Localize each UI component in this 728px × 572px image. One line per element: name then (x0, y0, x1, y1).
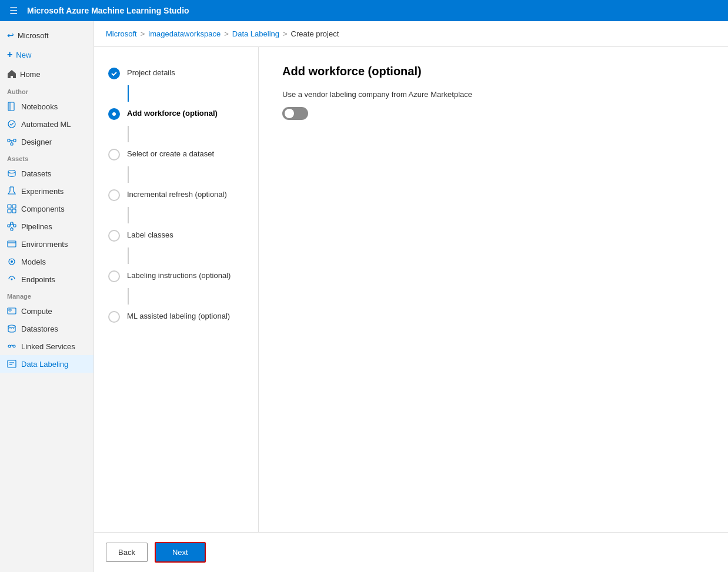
sidebar-item-microsoft[interactable]: ↩ Microsoft (0, 26, 93, 45)
steps-panel: Project details Add workforce (optional)… (94, 47, 259, 532)
sidebar-item-notebooks[interactable]: Notebooks (0, 98, 93, 115)
toggle-knob (285, 109, 294, 118)
sidebar-item-data-labeling[interactable]: Data Labeling (0, 355, 93, 373)
svg-rect-17 (11, 228, 13, 230)
manage-section-label: Manage (0, 288, 93, 302)
sidebar-item-endpoints[interactable]: Endpoints (0, 270, 93, 288)
sidebar-item-designer[interactable]: Designer (0, 133, 93, 150)
author-section-label: Author (0, 83, 93, 98)
step-incremental-refresh[interactable]: Incremental refresh (optional) (108, 183, 258, 207)
breadcrumb-sep-3: > (283, 29, 288, 38)
step-label-ml-assisted: ML assisted labeling (optional) (127, 310, 230, 320)
breadcrumb-workspace[interactable]: imagedataworkspace (148, 29, 221, 38)
step-circle-add-workforce (108, 108, 120, 120)
sidebar-item-automated-ml[interactable]: Automated ML (0, 115, 93, 133)
components-icon (7, 204, 16, 213)
step-circle-labeling-instructions (108, 270, 120, 282)
svg-rect-13 (12, 209, 16, 213)
step-label-project-details: Project details (127, 67, 175, 77)
datastores-icon (7, 324, 16, 333)
sidebar-item-datasets[interactable]: Datasets (0, 165, 93, 182)
sidebar-item-new[interactable]: + New (0, 45, 93, 65)
data-labeling-icon (7, 359, 16, 369)
hamburger-icon[interactable]: ☰ (9, 5, 18, 16)
svg-rect-0 (8, 102, 14, 111)
sidebar-item-home[interactable]: Home (0, 65, 93, 83)
step-project-details[interactable]: Project details (108, 61, 258, 85)
breadcrumb-microsoft[interactable]: Microsoft (106, 29, 137, 38)
pipelines-icon (7, 222, 16, 231)
bottom-bar: Back Next (94, 532, 728, 572)
panel-title: Add workforce (optional) (282, 65, 704, 78)
svg-point-35 (112, 112, 116, 116)
vendor-labeling-toggle[interactable] (282, 107, 308, 120)
next-button[interactable]: Next (155, 542, 206, 563)
svg-point-25 (11, 279, 13, 280)
sidebar-item-linked-services[interactable]: Linked Services (0, 337, 93, 355)
back-icon: ↩ (7, 31, 14, 40)
svg-point-24 (11, 260, 13, 263)
step-label-classes[interactable]: Label classes (108, 223, 258, 247)
step-circle-ml-assisted (108, 311, 120, 323)
svg-rect-14 (8, 225, 10, 227)
toggle-container (282, 107, 704, 120)
endpoints-icon (7, 275, 16, 284)
connector-3 (128, 166, 129, 183)
sidebar-item-datastores[interactable]: Datastores (0, 320, 93, 337)
svg-point-8 (8, 170, 15, 173)
step-add-workforce[interactable]: Add workforce (optional) (108, 102, 258, 126)
svg-rect-4 (14, 139, 16, 142)
step-select-dataset[interactable]: Select or create a dataset (108, 142, 258, 166)
compute-icon (7, 306, 16, 316)
breadcrumb: Microsoft > imagedataworkspace > Data La… (94, 21, 728, 47)
connector-2 (128, 126, 129, 142)
svg-line-19 (13, 223, 14, 226)
sidebar: ↩ Microsoft + New Home Author Notebooks (0, 21, 94, 572)
app-title: Microsoft Azure Machine Learning Studio (27, 6, 189, 15)
step-label-select-dataset: Select or create a dataset (127, 148, 214, 158)
step-labeling-instructions[interactable]: Labeling instructions (optional) (108, 264, 258, 288)
step-circle-incremental-refresh (108, 189, 120, 201)
svg-rect-16 (14, 225, 16, 227)
topbar: ☰ Microsoft Azure Machine Learning Studi… (0, 0, 728, 21)
svg-rect-27 (9, 309, 11, 311)
svg-rect-12 (8, 209, 11, 213)
svg-rect-21 (8, 241, 16, 247)
plus-icon: + (7, 49, 12, 60)
breadcrumb-sep-1: > (141, 29, 145, 38)
notebooks-icon (7, 102, 16, 111)
step-label-label-classes: Label classes (127, 229, 173, 239)
svg-rect-10 (8, 205, 11, 208)
svg-point-28 (8, 325, 15, 327)
step-ml-assisted[interactable]: ML assisted labeling (optional) (108, 305, 258, 329)
step-circle-select-dataset (108, 149, 120, 160)
back-button[interactable]: Back (106, 543, 148, 562)
sidebar-item-components[interactable]: Components (0, 200, 93, 218)
sidebar-item-models[interactable]: Models (0, 253, 93, 270)
svg-rect-3 (8, 139, 10, 142)
step-label-incremental-refresh: Incremental refresh (optional) (127, 189, 227, 199)
svg-point-2 (8, 121, 15, 128)
breadcrumb-sep-2: > (224, 29, 229, 38)
designer-icon (7, 137, 16, 146)
environments-icon (7, 239, 16, 249)
main-panel: Add workforce (optional) Use a vendor la… (259, 47, 728, 532)
datasets-icon (7, 169, 16, 178)
svg-rect-11 (12, 205, 16, 208)
svg-rect-5 (11, 143, 13, 145)
sidebar-item-pipelines[interactable]: Pipelines (0, 218, 93, 235)
sidebar-item-environments[interactable]: Environments (0, 235, 93, 253)
steps-main-container: Project details Add workforce (optional)… (94, 47, 728, 532)
connector-5 (128, 247, 129, 264)
sidebar-item-compute[interactable]: Compute (0, 302, 93, 320)
breadcrumb-data-labeling[interactable]: Data Labeling (232, 29, 279, 38)
sidebar-item-experiments[interactable]: Experiments (0, 182, 93, 200)
automated-ml-icon (7, 119, 16, 129)
step-circle-label-classes (108, 230, 120, 242)
connector-1 (128, 85, 129, 102)
home-icon (7, 69, 16, 79)
connector-6 (128, 288, 129, 305)
svg-line-18 (10, 223, 11, 226)
assets-section-label: Assets (0, 150, 93, 165)
linked-services-icon (7, 342, 16, 351)
